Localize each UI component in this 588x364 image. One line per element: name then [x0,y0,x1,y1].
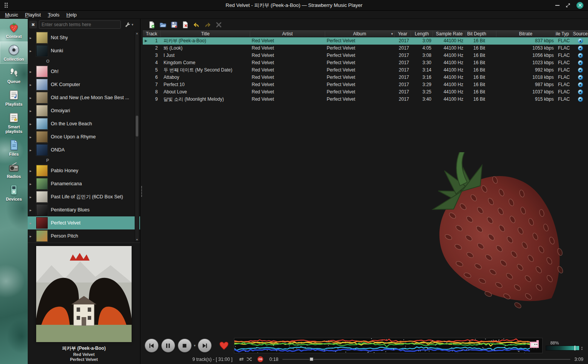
sidebar-item-collection[interactable]: Collection [0,42,28,64]
sidebar-item-context[interactable]: Context [0,19,28,42]
playlist-row[interactable]: 9달빛 소리 (Moonlight Melody)Red VelvetPerfe… [143,96,588,103]
previous-button[interactable] [145,339,159,352]
close-button[interactable] [576,2,583,9]
cell-bitrate: 837 kbps [496,37,555,45]
minimize-button[interactable] [555,5,560,6]
shuffle-button[interactable] [246,356,252,362]
column-header-length[interactable]: Length [411,31,433,37]
expand-arrow-icon[interactable]: ▸ [30,234,34,238]
scrollbar-thumb[interactable] [135,115,139,137]
collection-album-omoiyari[interactable]: ▸Omoiyari [28,104,140,117]
love-button[interactable] [218,340,230,351]
playlist-row[interactable]: 2봐 (Look)Red VelvetPerfect Velvet20174:0… [143,45,588,52]
menu-music[interactable]: Music [2,11,22,18]
seek-slider[interactable] [282,357,570,362]
collection-album-oh[interactable]: ▸Oh! [28,65,140,78]
sidebar-item-devices[interactable]: Devices [0,181,28,204]
playlist-row[interactable]: 3I JustRed VelvetPerfect Velvet20173:084… [143,52,588,59]
next-button[interactable] [198,339,212,352]
stop-options-caret[interactable]: ▾ [194,344,196,347]
expand-arrow-icon[interactable]: ▸ [30,109,34,113]
playlist-row[interactable]: 8About LoveRed VelvetPerfect Velvet20173… [143,88,588,96]
expand-arrow-icon[interactable]: ▸ [30,182,34,186]
expand-arrow-icon[interactable]: ▸ [30,135,34,139]
repeat-button[interactable] [239,356,244,362]
new-playlist-icon [148,21,155,28]
collection-album-penitentiary-blues[interactable]: ▸Penitentiary Blues [28,203,140,216]
undo-button[interactable] [192,21,200,28]
playlist-row[interactable]: 5두 번째 데이트 (My Second Date)Red VelvetPerf… [143,66,588,74]
playlist-row[interactable]: 4Kingdom ComeRed VelvetPerfect Velvet201… [143,59,588,66]
column-header-bitrate[interactable]: Bitrate [496,31,555,37]
column-header-year[interactable]: Year [394,31,411,37]
collection-album-panamericana[interactable]: ▸Panamericana [28,177,140,190]
sidebar-item-radios[interactable]: Radios [0,159,28,181]
expand-arrow-icon[interactable]: ▸ [30,36,34,40]
pause-button[interactable] [161,339,175,352]
collection-settings-button[interactable]: ▾ [124,22,134,28]
column-header-sample-rate[interactable]: Sample Rate [433,31,466,37]
column-header-track[interactable]: Track [143,31,161,37]
search-input[interactable] [39,20,121,29]
restore-button[interactable] [565,3,571,8]
cd-source-icon [578,38,583,43]
sidebar-item-queue[interactable]: Queue [0,64,28,86]
expand-arrow-icon[interactable]: ▸ [30,70,34,74]
sidebar-item-smart-playlists[interactable]: Smart playlists [0,109,28,136]
column-header-ile-typ[interactable]: ile Typ [555,31,573,37]
playlist-row[interactable]: ▶1피카부 (Peek-a-Boo)Red VelvetPerfect Velv… [143,37,588,45]
new-playlist-button[interactable] [148,21,155,28]
expand-arrow-icon[interactable]: ▸ [30,122,34,126]
menu-playlist[interactable]: Playlist [22,11,44,18]
sidebar-item-playlists[interactable]: Playlists [0,86,28,109]
scroll-up-icon[interactable]: ▲ [135,32,139,35]
menu-help[interactable]: Help [63,11,80,18]
open-playlist-button[interactable] [159,21,167,28]
expand-arrow-icon[interactable]: ▸ [30,49,34,53]
collection-album-old-and-new-lee-moon-sae-best[interactable]: ▸Old and New (Lee Moon Sae Best ... [28,91,140,104]
stop-button[interactable] [178,339,192,352]
expand-arrow-icon[interactable]: ▸ [30,169,34,173]
volume-down-icon[interactable]: ▼ [581,348,583,351]
clear-playlist-button[interactable] [215,21,222,28]
sidebar-item-files[interactable]: Files [0,136,28,159]
expand-arrow-icon[interactable]: ▸ [30,195,34,199]
clear-search-button[interactable]: ✖ [29,21,37,28]
expand-arrow-icon[interactable]: ▸ [30,221,34,225]
collection-album-onda[interactable]: ▸ONDA [28,143,140,156]
scroll-down-icon[interactable]: ▼ [135,238,139,241]
column-header-title[interactable]: Title [161,31,250,37]
column-header-album[interactable]: Album▾ [325,31,394,37]
collection-album-pablo-honey[interactable]: ▸Pablo Honey [28,164,140,177]
redo-button[interactable] [204,21,211,28]
save-playlist-button[interactable] [170,21,178,28]
volume-slider[interactable] [546,346,580,351]
rainbow-analyzer[interactable] [234,338,543,353]
column-header-artist[interactable]: Artist [250,31,325,37]
collection-album-past-life-of-6cd-box-set[interactable]: ▸Past Life of 김민기 (6CD Box Set) [28,190,140,203]
column-header-source[interactable]: Source [573,31,588,37]
volume-slider-handle[interactable] [574,346,576,351]
collection-album-perfect-velvet[interactable]: ▸Perfect Velvet [28,216,140,229]
collection-album-ok-computer[interactable]: ▸OK Computer [28,78,140,91]
volume-control[interactable]: 88% ▲ ▼ [546,341,588,351]
expand-arrow-icon[interactable]: ▸ [30,148,34,152]
scrobble-badge[interactable]: OS [257,356,263,362]
playlist-row[interactable]: 7Perfect 10Red VelvetPerfect Velvet20173… [143,81,588,88]
seek-slider-handle[interactable] [310,357,313,361]
expand-arrow-icon[interactable]: ▸ [30,83,34,87]
expand-arrow-icon[interactable]: ▸ [30,208,34,212]
collection-scrollbar[interactable]: ▲▼ [135,31,139,242]
close-icon [578,3,582,7]
collection-album-not-shy[interactable]: ▸Not Shy [28,31,140,44]
close-playlist-button[interactable] [181,21,189,28]
playlist-row[interactable]: 6AttaboyRed VelvetPerfect Velvet20173:16… [143,74,588,81]
collection-album-once-upon-a-rhyme[interactable]: ▸Once Upon a Rhyme [28,130,140,143]
collection-album-nunki[interactable]: ▸Nunki [28,44,140,57]
collection-album-on-the-love-beach[interactable]: ▸On the Love Beach [28,117,140,130]
cd-source-icon [578,68,583,73]
collection-album-person-pitch[interactable]: ▸Person Pitch [28,229,140,243]
column-header-bit-depth[interactable]: Bit Depth [466,31,496,37]
expand-arrow-icon[interactable]: ▸ [30,96,34,100]
menu-tools[interactable]: Tools [44,11,63,18]
